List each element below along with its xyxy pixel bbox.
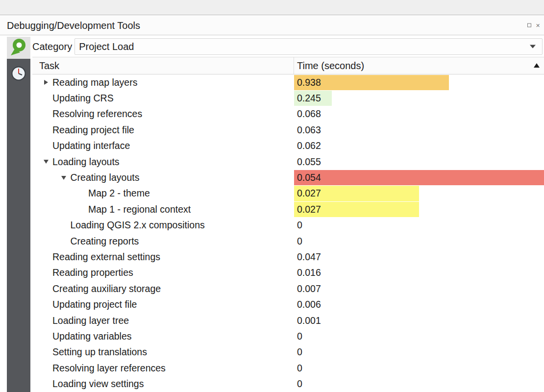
qgis-logo-icon	[9, 37, 28, 59]
time-value: 0.063	[294, 124, 321, 136]
table-row[interactable]: Resolving references 0.068	[32, 106, 544, 122]
task-label: Loading QGIS 2.x compositions	[71, 220, 205, 231]
time-bar	[294, 170, 544, 185]
table-row[interactable]: Reading properties 0.016	[32, 265, 544, 281]
float-panel-button[interactable]	[526, 22, 532, 28]
time-value: 0.062	[294, 140, 321, 151]
time-cell: 0	[294, 233, 544, 249]
task-cell: Creating reports	[32, 233, 294, 249]
task-label: Loading layer tree	[52, 315, 129, 326]
time-cell: 0.027	[294, 186, 544, 201]
time-cell: 0.007	[294, 281, 544, 296]
time-cell: 0.063	[294, 122, 544, 138]
category-label: Category	[32, 41, 72, 52]
clock-icon	[10, 65, 27, 84]
task-label: Reading properties	[52, 267, 133, 278]
table-row[interactable]: Reading external settings 0.047	[32, 249, 544, 265]
time-header-label: Time (seconds)	[297, 60, 364, 72]
task-label: Creating auxiliary storage	[52, 283, 161, 294]
expander-expanded-icon[interactable]	[44, 160, 49, 164]
time-cell: 0	[294, 218, 544, 233]
time-value: 0.047	[294, 251, 321, 263]
table-row[interactable]: Creating layouts 0.054	[32, 170, 544, 185]
close-panel-button[interactable]: ✕	[535, 22, 541, 28]
time-value: 0.938	[294, 77, 321, 88]
time-value: 0	[294, 346, 302, 358]
profiler-table: Task Time (seconds) Reading map layers 0…	[32, 57, 544, 392]
column-header-task[interactable]: Task	[32, 57, 294, 74]
task-header-label: Task	[39, 60, 59, 72]
time-cell: 0.938	[294, 74, 544, 90]
task-cell: Loading layer tree	[32, 313, 294, 328]
table-row[interactable]: Updating interface 0.062	[32, 138, 544, 154]
task-label: Resolving references	[52, 108, 142, 120]
table-row[interactable]: Reading map layers 0.938	[32, 74, 544, 90]
table-row[interactable]: Updating CRS 0.245	[32, 90, 544, 106]
category-row: Category Project Load	[32, 36, 544, 57]
time-value: 0.016	[294, 267, 321, 278]
table-row[interactable]: Loading layer tree 0.001	[32, 313, 544, 328]
task-cell: Updating variables	[32, 328, 294, 344]
table-row[interactable]: Loading QGIS 2.x compositions 0	[32, 218, 544, 233]
table-row[interactable]: Updating variables 0	[32, 328, 544, 344]
expander-collapsed-icon[interactable]	[44, 80, 48, 85]
task-label: Updating project file	[52, 299, 137, 310]
time-value: 0	[294, 220, 302, 231]
time-cell: 0.027	[294, 201, 544, 217]
sidebar-item-profiler[interactable]	[7, 63, 30, 86]
task-cell: Creating auxiliary storage	[32, 281, 294, 296]
table-header: Task Time (seconds)	[32, 57, 544, 74]
task-label: Setting up translations	[52, 346, 147, 358]
time-value: 0	[294, 236, 302, 247]
task-cell: Creating layouts	[32, 170, 294, 185]
chevron-down-icon	[530, 45, 536, 49]
table-row[interactable]: Creating reports 0	[32, 233, 544, 249]
table-row[interactable]: Resolving layer references 0	[32, 360, 544, 376]
qgis-window: Debugging/Development Tools ✕	[0, 0, 544, 392]
time-cell: 0	[294, 376, 544, 392]
task-cell: Loading QGIS 2.x compositions	[32, 218, 294, 233]
panel-titlebar: Debugging/Development Tools ✕	[0, 16, 544, 35]
table-row[interactable]: Updating project file 0.006	[32, 296, 544, 312]
time-cell: 0.001	[294, 313, 544, 328]
table-row[interactable]: Reading project file 0.063	[32, 122, 544, 138]
time-cell: 0.055	[294, 154, 544, 170]
time-cell: 0.047	[294, 249, 544, 265]
task-cell: Setting up translations	[32, 344, 294, 360]
table-row[interactable]: Creating auxiliary storage 0.007	[32, 281, 544, 296]
task-label: Loading layouts	[52, 156, 120, 168]
time-cell: 0	[294, 328, 544, 344]
time-cell: 0.016	[294, 265, 544, 281]
sidebar-item-qgis-logo[interactable]	[7, 37, 30, 59]
time-cell: 0.062	[294, 138, 544, 154]
expander-expanded-icon[interactable]	[61, 176, 66, 180]
task-label: Resolving layer references	[52, 363, 166, 374]
column-header-time[interactable]: Time (seconds)	[294, 57, 544, 74]
task-cell: Map 2 - theme	[32, 186, 294, 201]
time-cell: 0.068	[294, 106, 544, 122]
time-cell: 0.006	[294, 296, 544, 312]
task-label: Reading project file	[52, 124, 134, 136]
main-window-area	[0, 0, 544, 15]
task-label: Map 2 - theme	[88, 188, 150, 199]
task-cell: Resolving references	[32, 106, 294, 122]
time-value: 0.055	[294, 156, 321, 168]
task-cell: Loading view settings	[32, 376, 294, 392]
task-cell: Reading project file	[32, 122, 294, 138]
task-label: Updating CRS	[52, 93, 114, 104]
task-cell: Loading layouts	[32, 154, 294, 170]
table-row[interactable]: Map 2 - theme 0.027	[32, 186, 544, 201]
time-value: 0	[294, 331, 302, 342]
table-row[interactable]: Map 1 - regional context 0.027	[32, 201, 544, 217]
task-label: Creating layouts	[71, 172, 140, 183]
expander-slot	[39, 80, 52, 85]
time-cell: 0.245	[294, 90, 544, 106]
table-row[interactable]: Loading layouts 0.055	[32, 154, 544, 170]
task-label: Reading external settings	[52, 251, 160, 263]
table-row[interactable]: Setting up translations 0	[32, 344, 544, 360]
sort-up-triangle-icon	[534, 63, 540, 68]
category-select[interactable]: Project Load	[74, 38, 543, 55]
table-row[interactable]: Loading view settings 0	[32, 376, 544, 392]
time-value: 0.027	[294, 188, 321, 199]
time-value: 0	[294, 378, 302, 390]
